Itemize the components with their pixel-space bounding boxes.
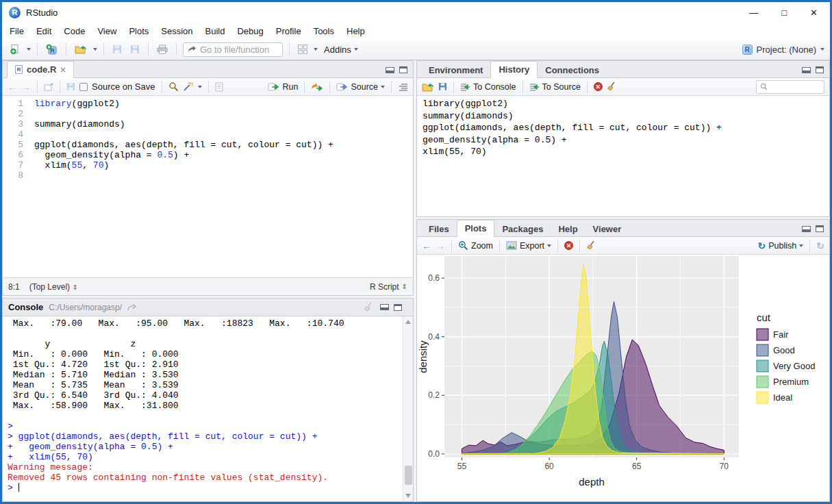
menu-item-plots[interactable]: Plots: [123, 24, 155, 38]
open-file-button[interactable]: [73, 43, 89, 55]
history-line[interactable]: library(ggplot2): [423, 98, 824, 110]
console-scrollbar[interactable]: [403, 316, 413, 501]
to-source-button[interactable]: To Source: [529, 82, 581, 92]
source-dropdown[interactable]: [381, 86, 385, 88]
run-button[interactable]: Run: [268, 82, 298, 92]
previous-plot-icon[interactable]: ←: [422, 240, 431, 251]
environment-minimize-icon[interactable]: [802, 67, 811, 73]
menu-item-tools[interactable]: Tools: [307, 24, 340, 38]
scroll-up-icon[interactable]: [405, 320, 411, 324]
goto-directory-icon[interactable]: [127, 303, 137, 311]
scope-selector[interactable]: (Top Level) ⇕: [29, 282, 78, 292]
menu-item-help[interactable]: Help: [340, 24, 371, 38]
scroll-down-icon[interactable]: [405, 494, 411, 498]
forward-icon[interactable]: →: [21, 81, 31, 92]
menu-item-session[interactable]: Session: [155, 24, 199, 38]
tab-history[interactable]: History: [490, 61, 538, 78]
tab-files[interactable]: Files: [421, 221, 457, 237]
tab-packages[interactable]: Packages: [494, 221, 551, 237]
file-type-selector[interactable]: R Script ⇕: [370, 282, 407, 292]
tab-code-r[interactable]: R code.R: [7, 61, 74, 78]
code-tools-wand-icon[interactable]: [183, 81, 194, 92]
zoom-plot-button[interactable]: Zoom: [458, 240, 493, 251]
project-menu-button[interactable]: R Project: (None): [742, 45, 824, 55]
menu-item-view[interactable]: View: [91, 24, 123, 38]
code-tools-dropdown[interactable]: [198, 86, 202, 88]
tab-viewer[interactable]: Viewer: [585, 221, 629, 237]
addins-label: Addins: [324, 45, 351, 55]
console-minimize-icon[interactable]: [380, 304, 389, 310]
editor-lines: library(ggplot2) summary(diamonds) ggplo…: [29, 96, 413, 277]
compile-report-icon[interactable]: [215, 82, 223, 92]
console-line: [8, 329, 402, 339]
remove-plot-icon[interactable]: ✕: [564, 241, 573, 250]
load-history-icon[interactable]: [422, 82, 434, 92]
environment-maximize-icon[interactable]: [816, 66, 824, 73]
minimize-button[interactable]: —: [749, 8, 758, 18]
goto-file-input[interactable]: [200, 45, 275, 55]
svg-text:depth: depth: [579, 476, 605, 488]
menu-item-file[interactable]: File: [3, 24, 30, 38]
console-body[interactable]: Max. :79.00 Max. :95.00 Max. :18823 Max.…: [3, 316, 413, 501]
tab-environment[interactable]: Environment: [421, 62, 490, 78]
tab-plots[interactable]: Plots: [457, 220, 495, 237]
remove-history-icon[interactable]: ✕: [594, 82, 603, 91]
tab-close-icon[interactable]: [60, 67, 66, 73]
export-plot-button[interactable]: Export: [506, 241, 551, 251]
popout-icon[interactable]: [44, 83, 53, 91]
history-line[interactable]: geom_density(alpha = 0.5) +: [423, 134, 824, 147]
to-console-button[interactable]: To Console: [460, 82, 516, 92]
history-list[interactable]: library(ggplot2)summary(diamonds)ggplot(…: [417, 96, 829, 216]
console-line: y z: [8, 339, 402, 349]
source-maximize-icon[interactable]: [399, 66, 407, 73]
print-button[interactable]: [155, 43, 170, 55]
menu-item-profile[interactable]: Profile: [270, 24, 307, 38]
clear-console-broom-icon[interactable]: [364, 302, 375, 312]
export-dropdown: [547, 244, 551, 247]
find-icon[interactable]: [168, 81, 179, 92]
tab-help[interactable]: Help: [551, 221, 585, 237]
menu-item-edit[interactable]: Edit: [30, 24, 58, 38]
console-maximize-icon[interactable]: [394, 304, 402, 311]
plots-tab-bar: FilesPlotsPackagesHelpViewer: [417, 220, 829, 237]
save-history-icon[interactable]: [438, 82, 447, 91]
maximize-button[interactable]: □: [781, 8, 787, 18]
history-search-box[interactable]: [756, 80, 824, 94]
plots-minimize-icon[interactable]: [802, 226, 811, 232]
pane-layout-dropdown[interactable]: [314, 48, 318, 51]
refresh-plot-icon[interactable]: ↻: [816, 240, 824, 251]
svg-text:65: 65: [632, 462, 642, 471]
code-line: ggplot(diamonds, aes(depth, fill = cut, …: [34, 140, 413, 150]
tab-code-r-label: code.R: [27, 64, 56, 75]
publish-button[interactable]: ↻ Publish: [758, 240, 804, 251]
history-line[interactable]: xlim(55, 70): [423, 146, 824, 158]
menu-item-debug[interactable]: Debug: [231, 24, 269, 38]
code-editor[interactable]: 12345678 library(ggplot2) summary(diamon…: [3, 96, 413, 277]
back-icon[interactable]: ←: [8, 81, 17, 92]
menu-item-build[interactable]: Build: [199, 24, 231, 38]
new-file-button[interactable]: [8, 42, 23, 56]
save-all-button[interactable]: [128, 43, 142, 55]
plots-maximize-icon[interactable]: [816, 225, 824, 232]
history-line[interactable]: ggplot(diamonds, aes(depth, fill = cut, …: [423, 122, 824, 134]
tab-connections[interactable]: Connections: [538, 62, 607, 78]
source-on-save-checkbox[interactable]: [79, 83, 88, 91]
rerun-button[interactable]: [311, 83, 323, 91]
new-project-button[interactable]: R: [44, 42, 60, 56]
next-plot-icon[interactable]: →: [436, 240, 445, 251]
history-line[interactable]: summary(diamonds): [423, 110, 824, 123]
pane-layout-button[interactable]: [296, 43, 310, 55]
addins-button[interactable]: Addins: [322, 43, 360, 56]
save-icon[interactable]: [66, 82, 75, 91]
source-button[interactable]: Source: [336, 82, 385, 92]
source-minimize-icon[interactable]: [386, 67, 394, 73]
close-button[interactable]: ✕: [810, 8, 818, 18]
document-outline-icon[interactable]: [398, 83, 408, 91]
new-file-dropdown[interactable]: [27, 48, 31, 51]
scroll-thumb[interactable]: [405, 466, 412, 485]
menu-item-code[interactable]: Code: [58, 24, 91, 38]
save-button[interactable]: [110, 43, 124, 55]
clear-plots-broom-icon[interactable]: [586, 240, 597, 251]
open-file-dropdown[interactable]: [93, 48, 97, 51]
clear-history-broom-icon[interactable]: [607, 81, 618, 92]
